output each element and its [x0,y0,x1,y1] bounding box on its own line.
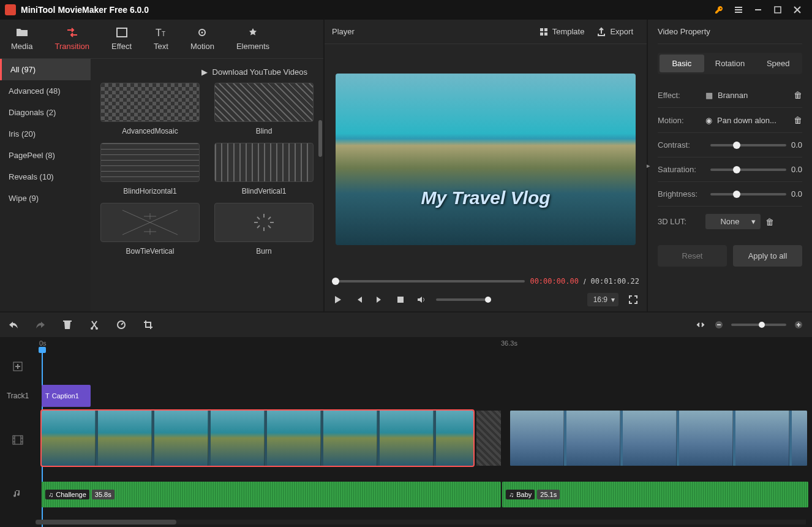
apply-all-button[interactable]: Apply to all [733,245,802,267]
folder-icon [15,27,29,38]
text-icon: T [45,392,50,400]
lut-label: 3D LUT: [658,217,705,226]
caption-clip[interactable]: T Caption1 [42,385,91,407]
menu-icon[interactable] [729,0,748,20]
tab-label: Media [11,42,32,51]
properties-title: Video Property [658,20,802,44]
effect-icon: ▦ [705,91,713,100]
lut-select[interactable]: None [705,214,761,229]
brightness-slider[interactable] [710,193,786,195]
zoom-out-button[interactable] [713,319,725,331]
minimize-icon[interactable] [748,0,768,20]
delete-motion-icon[interactable]: 🗑 [794,115,802,125]
category-all[interactable]: All (97) [0,59,91,80]
transition-icon [66,27,79,38]
video-clip-2[interactable] [510,411,807,466]
prop-tab-rotation[interactable]: Rotation [708,55,753,72]
timeline: 0s 36.3s Track1 T Caption1 [0,337,812,527]
svg-rect-0 [775,7,781,13]
tab-elements[interactable]: Elements [225,20,280,58]
app-logo [5,4,16,15]
activate-key-icon[interactable] [709,0,729,20]
aspect-ratio-select[interactable]: 16:9 [587,293,618,306]
crop-button[interactable] [142,319,154,331]
close-icon[interactable] [788,0,807,20]
zoom-slider[interactable] [731,324,786,326]
delete-lut-icon[interactable]: 🗑 [765,217,774,227]
tab-motion[interactable]: Motion [179,20,225,58]
prop-tab-speed[interactable]: Speed [756,55,800,72]
motion-icon [195,27,209,38]
volume-slider[interactable] [436,298,491,301]
ruler-mark: 0s [39,339,47,347]
scrollbar[interactable] [318,120,322,157]
video-clip-1[interactable] [42,411,473,466]
transition-item[interactable]: BlindHorizontal1 [100,143,200,195]
seek-slider[interactable] [332,280,525,282]
transition-item[interactable]: AdvancedMosaic [100,83,200,135]
timeline-ruler[interactable]: 0s 36.3s [36,337,812,352]
transition-thumb-icon [100,143,200,182]
svg-text:T: T [162,31,165,37]
zoom-in-button[interactable] [792,319,805,331]
fullscreen-button[interactable] [627,294,639,306]
export-button[interactable]: Export [590,25,639,39]
effect-icon [115,27,129,38]
svg-point-15 [91,327,93,330]
collapse-arrow-icon[interactable]: ▸ [647,162,650,170]
tab-effect[interactable]: Effect [100,20,143,58]
time-total: 00:01:00.22 [591,277,639,286]
maximize-icon[interactable] [768,0,788,20]
brightness-label: Brightness: [658,189,705,199]
saturation-value: 0.0 [791,165,802,174]
transition-item[interactable]: BlindVertical1 [214,143,314,195]
transition-thumb-icon [100,203,200,242]
stop-button[interactable] [394,294,407,306]
category-iris[interactable]: Iris (20) [0,123,91,145]
split-button[interactable] [88,319,100,331]
speed-button[interactable] [115,319,127,331]
tab-transition[interactable]: Transition [43,20,100,58]
saturation-slider[interactable] [710,169,786,171]
transition-item[interactable]: Blind [214,83,314,135]
prev-frame-button[interactable] [353,294,365,306]
svg-line-12 [268,217,271,219]
transition-item[interactable]: Burn [214,203,314,256]
category-reveals[interactable]: Reveals (10) [0,166,91,188]
volume-icon[interactable] [415,294,427,306]
next-frame-button[interactable] [374,294,386,306]
reset-button[interactable]: Reset [658,245,727,267]
video-preview[interactable]: My Travel Vlog [336,74,636,245]
fit-timeline-icon[interactable] [694,319,707,331]
delete-effect-icon[interactable]: 🗑 [794,90,802,100]
template-icon [539,27,549,37]
motion-value[interactable]: Pan down alon... [717,116,789,125]
prop-tab-basic[interactable]: Basic [660,55,704,72]
horizontal-scrollbar[interactable] [36,520,806,525]
play-button[interactable] [332,294,344,306]
tab-text[interactable]: TT Text [143,20,179,58]
undo-button[interactable] [7,319,20,331]
download-youtube-link[interactable]: ▶ Download YouTube Videos [100,64,314,83]
audio-clip-1[interactable]: ♫Challenge 35.8s [42,482,501,507]
category-diagonals[interactable]: Diagonals (2) [0,102,91,123]
category-list: All (97) Advanced (48) Diagonals (2) Iri… [0,59,91,311]
category-pagepeel[interactable]: PagePeel (8) [0,145,91,166]
svg-line-11 [268,226,271,228]
tab-label: Text [154,42,168,51]
effect-value[interactable]: Brannan [718,91,789,100]
template-button[interactable]: Template [533,25,591,39]
track-header[interactable] [0,361,36,372]
time-current: 00:00:00.00 [530,277,578,286]
category-advanced[interactable]: Advanced (48) [0,80,91,102]
audio-clip-2[interactable]: ♫Baby 25.1s [502,482,808,507]
tab-media[interactable]: Media [0,20,43,58]
tab-label: Elements [236,42,269,51]
transition-item[interactable]: BowTieVertical [100,203,200,256]
svg-text:T: T [156,28,162,38]
contrast-slider[interactable] [710,144,786,146]
delete-button[interactable] [61,319,73,331]
redo-button[interactable] [34,319,47,331]
transition-placeholder[interactable] [476,411,501,466]
category-wipe[interactable]: Wipe (9) [0,188,91,209]
